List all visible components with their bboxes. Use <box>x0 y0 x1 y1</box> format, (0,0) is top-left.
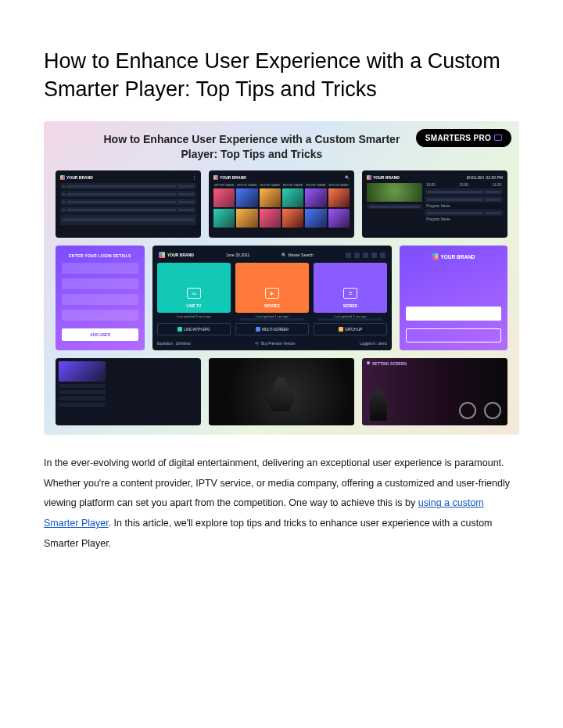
list-item <box>59 403 106 407</box>
tile-sub: Last updated 3 secs ago <box>157 314 231 318</box>
vpn-icon[interactable] <box>371 253 377 258</box>
poster-label: MOVIE NAME <box>214 183 235 187</box>
poster <box>213 209 235 228</box>
hero-image: How to Enhance User Experience with a Cu… <box>44 121 519 435</box>
bicycle-icon <box>459 391 501 419</box>
brand-card: YOUR BRAND <box>400 246 507 350</box>
series-tile[interactable]: ☰ SERIES <box>314 263 387 313</box>
dash-search[interactable]: Master Search <box>288 253 314 257</box>
chip-label: LIVE WITH EPG <box>184 328 210 332</box>
logo-icon <box>159 252 165 258</box>
panel-info: YOUR BRAND⋮ <box>56 170 201 238</box>
login-card: ENTER YOUR LOGIN DETAILS ADD USER <box>56 246 145 350</box>
chip-label: CATCH UP <box>345 328 363 332</box>
poster <box>236 209 257 228</box>
poster <box>213 188 235 207</box>
brandcard-option[interactable] <box>406 328 501 342</box>
poster-label: MOVIE NAME <box>237 183 257 187</box>
dash-date: June 30,2021 <box>226 253 249 257</box>
logged-in-label: Logged in : demo <box>360 342 387 346</box>
logo-icon <box>213 175 218 180</box>
user-icon[interactable] <box>354 253 360 258</box>
poster <box>328 209 350 228</box>
poster <box>260 188 281 207</box>
brand-text: YOUR BRAND <box>220 175 246 180</box>
tile-label: MOVIES <box>264 303 279 308</box>
chip-label: MULTI-SCREEN <box>262 328 288 332</box>
tv-icon: ▭ <box>187 288 201 299</box>
hero-heading: How to Enhance User Experience with a Cu… <box>52 129 407 169</box>
clock-label: 02:00 PM <box>486 175 503 180</box>
poster-label: MOVIE NAME <box>260 183 281 187</box>
gear-icon[interactable] <box>380 253 385 258</box>
logo-icon <box>367 175 371 180</box>
search-icon: 🔍 <box>282 253 286 257</box>
add-user-button[interactable]: ADD USER <box>62 328 138 341</box>
poster <box>260 209 281 228</box>
program-name: Program Name <box>425 204 503 208</box>
page-title: How to Enhance User Experience with a Cu… <box>44 47 519 104</box>
poster <box>305 188 326 207</box>
bell-icon[interactable] <box>346 253 351 258</box>
match-thumbnail <box>367 183 422 202</box>
epg-time: 10:30 <box>459 183 468 187</box>
movies-tile[interactable]: ▶ MOVIES <box>235 263 309 313</box>
list-item <box>59 384 106 388</box>
brand-text: YOUR BRAND <box>440 254 475 260</box>
epg-time: 10:00 <box>426 183 435 187</box>
record-icon[interactable] <box>363 253 368 258</box>
expiration-label: Expiration : Unlimited <box>157 342 191 346</box>
epg-time: 11:00 <box>493 183 501 187</box>
login-title: ENTER YOUR LOGIN DETAILS <box>62 253 138 258</box>
settings-title: SETTING SCREEN <box>372 361 407 366</box>
panel-settings: SETTING SCREEN <box>362 358 507 425</box>
badge-text: SMARTERS PRO <box>425 134 491 142</box>
login-input[interactable] <box>62 263 138 274</box>
poster <box>236 188 257 207</box>
brandcard-option[interactable] <box>406 307 501 321</box>
panel-epg: YOUR BRANDENGLISH 02:00 PM 10:0010:3011:… <box>362 170 507 238</box>
login-input[interactable] <box>62 294 138 305</box>
poster <box>59 361 106 382</box>
panel-menu-icon: ⋮ <box>192 175 196 180</box>
epg-icon <box>178 327 182 332</box>
poster-label: MOVIE NAME <box>328 183 349 187</box>
login-input[interactable] <box>62 278 138 289</box>
panel-movies-grid: YOUR BRAND🔍 MOVIE NAMEMOVIE NAMEMOVIE NA… <box>209 170 354 238</box>
poster <box>305 209 326 228</box>
dashboard-panel: YOUR BRAND June 30,2021 🔍Master Search ▭… <box>152 246 392 350</box>
panel-series-detail <box>56 358 201 425</box>
poster <box>328 188 350 207</box>
poster-label: MOVIE NAME <box>306 183 326 187</box>
smarters-pro-badge: SMARTERS PRO <box>416 129 511 147</box>
list-item <box>59 390 106 394</box>
login-input[interactable] <box>62 310 138 321</box>
multiscreen-icon <box>256 327 260 332</box>
poster <box>282 209 303 228</box>
play-icon: ▶ <box>265 288 279 299</box>
catchup-icon <box>339 327 343 332</box>
tile-label: LIVE TV <box>187 303 202 308</box>
player-frame <box>209 358 354 425</box>
series-icon: ☰ <box>343 288 357 299</box>
multi-screen-chip[interactable]: MULTI-SCREEN <box>235 323 309 335</box>
logo-icon <box>432 253 438 260</box>
search-icon: 🔍 <box>345 175 350 180</box>
lang-label: ENGLISH <box>467 175 484 180</box>
brand-text: YOUR BRAND <box>66 175 93 180</box>
brand-text: YOUR BRAND <box>373 175 400 180</box>
live-tv-tile[interactable]: ▭ LIVE TV <box>157 263 231 313</box>
logo-icon <box>60 175 65 180</box>
person-silhouette <box>370 389 387 421</box>
tv-icon <box>494 134 502 141</box>
catch-up-chip[interactable]: CATCH UP <box>314 323 387 335</box>
tile-label: SERIES <box>343 303 357 308</box>
dash-brand-text: YOUR BRAND <box>167 253 194 257</box>
poster-label: MOVIE NAME <box>283 183 303 187</box>
panel-player-dark <box>209 358 354 425</box>
buy-premium-link[interactable]: 🛒 Buy Premium Version <box>255 342 295 346</box>
article-paragraph: In the ever-evolving world of digital en… <box>44 454 519 554</box>
live-with-epg-chip[interactable]: LIVE WITH EPG <box>157 323 231 335</box>
list-item <box>59 396 106 400</box>
para-text-2: . In this article, we'll explore top tip… <box>44 518 493 549</box>
